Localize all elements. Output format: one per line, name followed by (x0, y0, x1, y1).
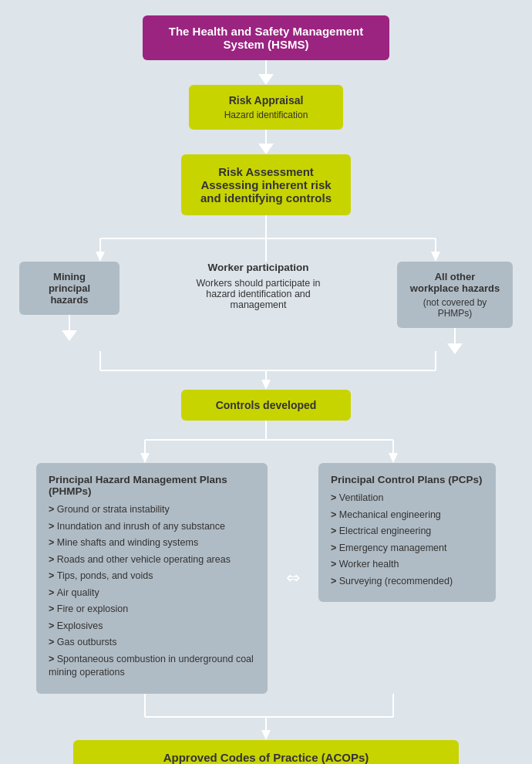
phmp-item-7: Fire or explosion (49, 603, 255, 617)
svg-marker-12 (261, 380, 271, 390)
controls-developed-box: Controls developed (181, 390, 351, 421)
pcp-item-4: Emergency management (331, 542, 483, 556)
controls-developed-title: Controls developed (216, 399, 317, 411)
pcp-item-2: Mechanical engineering (331, 509, 483, 522)
converge-bottom (15, 694, 517, 740)
phmp-item-5: Tips, ponds, and voids (49, 570, 255, 583)
all-hazards-sub: (not covered by PHMPs) (409, 297, 500, 319)
phmp-title: Principal Hazard Management Plans (PHMPs… (49, 474, 255, 497)
all-hazards-title: All other workplace hazards (409, 271, 500, 294)
converge-bottom-svg (15, 694, 517, 740)
hsms-title: The Health and Safety Management System … (169, 25, 364, 51)
branch-svg-top (15, 215, 517, 262)
mining-hazards-title: Mining principal hazards (32, 271, 107, 306)
split-svg (15, 421, 517, 463)
phmp-item-8: Explosives (49, 620, 255, 634)
svg-marker-3 (96, 252, 105, 262)
arrow-head (258, 74, 274, 85)
arrow-1 (258, 60, 274, 85)
risk-assessment-box: Risk Assessment Assessing inherent risk … (181, 154, 351, 215)
worker-participation-sub: Workers should participate in hazard ide… (181, 278, 335, 310)
arrow-2 (258, 130, 274, 154)
arrow-mining-down (62, 315, 77, 341)
risk-assessment-title: Risk Assessment (218, 165, 314, 178)
arrow-head-2 (258, 144, 274, 154)
v-line (454, 328, 456, 343)
pcp-item-6: Surveying (recommended) (331, 575, 483, 589)
acop-title: Approved Codes of Practice (ACOPs) (163, 751, 369, 764)
svg-marker-6 (431, 252, 440, 262)
arrow-line-2 (265, 130, 267, 144)
acop-box: Approved Codes of Practice (ACOPs) To as… (73, 740, 459, 765)
worker-participation-title: Worker participation (181, 262, 335, 273)
worker-participation-box: Worker participation Workers should part… (181, 262, 335, 310)
phmp-item-10: Spontaneous combustion in underground co… (49, 653, 255, 680)
phmp-item-3: Mine shafts and winding systems (49, 536, 255, 550)
svg-marker-25 (261, 730, 271, 740)
svg-marker-19 (389, 453, 398, 463)
v-line (69, 315, 70, 330)
phmp-item-9: Gas outbursts (49, 636, 255, 650)
pcp-item-3: Electrical engineering (331, 525, 483, 539)
phmp-item-4: Roads and other vehicle operating areas (49, 553, 255, 567)
arrow-head (62, 330, 77, 341)
phmp-item-2: Inundation and inrush of any substance (49, 520, 255, 534)
phmp-list: Ground or strata instability Inundation … (49, 503, 255, 680)
double-arrow: ⇔ (286, 568, 300, 588)
bottom-two-col: Principal Hazard Management Plans (PHMPs… (15, 463, 517, 694)
arrow-line (265, 60, 267, 74)
pcp-box: Principal Control Plans (PCPs) Ventilati… (318, 463, 496, 602)
risk-appraisal-sub: Hazard identification (204, 110, 328, 120)
phmp-box: Principal Hazard Management Plans (PHMPs… (36, 463, 268, 694)
svg-marker-16 (140, 453, 150, 463)
risk-appraisal-box: Risk Appraisal Hazard identification (189, 85, 343, 130)
pcp-list: Ventilation Mechanical engineering Elect… (331, 492, 483, 588)
phmp-item-1: Ground or strata instability (49, 503, 255, 517)
converge-svg (15, 351, 517, 390)
arrow-right-down (447, 328, 463, 354)
pcp-item-5: Worker health (331, 558, 483, 572)
mining-hazards-box: Mining principal hazards (19, 262, 120, 315)
all-hazards-box: All other workplace hazards (not covered… (397, 262, 513, 328)
pcp-item-1: Ventilation (331, 492, 483, 505)
risk-appraisal-title: Risk Appraisal (229, 94, 304, 106)
risk-assessment-sub: Assessing inherent risk and identifying … (197, 178, 335, 205)
phmp-item-6: Air quality (49, 587, 255, 600)
hsms-box: The Health and Safety Management System … (143, 15, 389, 60)
flowchart: The Health and Safety Management System … (15, 15, 517, 764)
pcp-title: Principal Control Plans (PCPs) (331, 474, 483, 485)
